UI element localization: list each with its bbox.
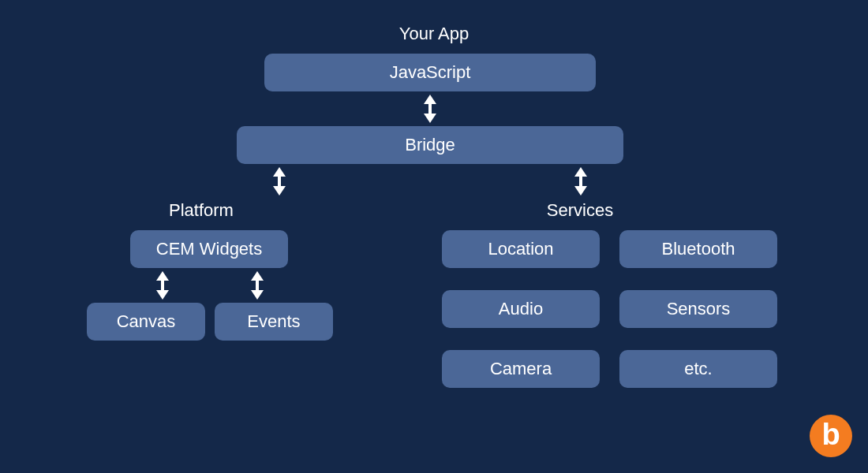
brand-logo: b <box>810 415 852 457</box>
brand-logo-letter: b <box>821 419 840 449</box>
svg-rect-7 <box>579 175 582 188</box>
arrow-cem-canvas <box>156 271 169 300</box>
svg-rect-4 <box>278 175 281 188</box>
node-bridge: Bridge <box>237 126 623 164</box>
svg-marker-11 <box>156 290 169 300</box>
node-canvas: Canvas <box>87 303 205 341</box>
svg-rect-13 <box>256 279 259 292</box>
svg-rect-1 <box>428 102 432 115</box>
node-sensors: Sensors <box>619 290 777 328</box>
node-audio: Audio <box>442 290 600 328</box>
platform-label: Platform <box>150 200 253 221</box>
node-location: Location <box>442 230 600 268</box>
architecture-diagram: Your App JavaScript Bridge Platform Serv… <box>0 0 868 473</box>
svg-marker-5 <box>273 186 286 196</box>
node-events: Events <box>215 303 333 341</box>
arrow-cem-events <box>251 271 264 300</box>
node-camera: Camera <box>442 350 600 388</box>
svg-marker-2 <box>424 114 436 123</box>
node-etc: etc. <box>619 350 777 388</box>
node-cem-widgets: CEM Widgets <box>130 230 288 268</box>
arrow-js-bridge <box>424 95 436 123</box>
node-bluetooth: Bluetooth <box>619 230 777 268</box>
svg-rect-10 <box>161 279 164 292</box>
services-label: Services <box>529 200 631 221</box>
arrow-bridge-platform <box>273 167 286 196</box>
svg-marker-14 <box>251 290 264 300</box>
node-javascript: JavaScript <box>264 54 596 91</box>
arrow-bridge-services <box>574 167 587 196</box>
diagram-title: Your App <box>0 24 868 44</box>
svg-marker-8 <box>574 186 587 196</box>
